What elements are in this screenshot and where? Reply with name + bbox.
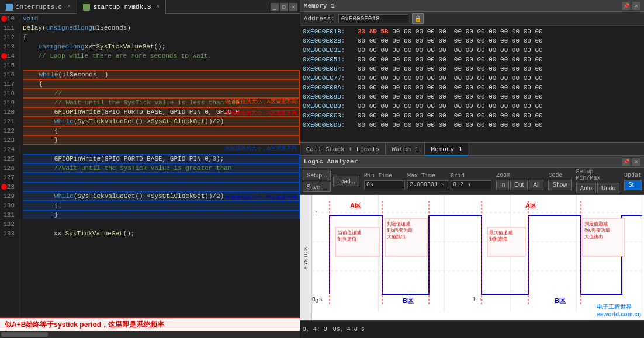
la-zoom-buttons: In Out All: [496, 180, 544, 190]
editor-minimize-btn[interactable]: _: [271, 3, 279, 11]
la-title: Logic Analyzer: [304, 158, 358, 165]
memory-row-1: 0xE000E02B: 00 00 00 00 00 00 00 00 00 0…: [303, 36, 642, 46]
memory-window-controls: 📌 ×: [622, 2, 640, 10]
la-maxtime-label: Max Time: [407, 173, 448, 179]
tab-startup[interactable]: startup_rvmdk.S ×: [77, 0, 166, 14]
la-code-group: Code Show: [548, 172, 571, 190]
mem-bytes-9: 00 00 00 00 00 00 00 00 00 00 00 00 00 0…: [358, 111, 642, 120]
code-line-114: // Loop while there are more seconds to …: [23, 51, 300, 61]
la-zoom-out-btn[interactable]: Out: [510, 180, 528, 190]
address-label: Address:: [304, 15, 335, 22]
code-line-132: [23, 219, 300, 229]
mem-addr-6: 0xE000E08A:: [303, 83, 355, 92]
la-zoom-in-btn[interactable]: In: [496, 180, 509, 190]
la-zoom-all-btn[interactable]: All: [529, 180, 543, 190]
memory-row-9: 0xE000E0C3: 00 00 00 00 00 00 00 00 00 0…: [303, 111, 642, 120]
la-update-group: Updat St: [624, 172, 642, 190]
la-grid-group: Grid 0.2 s: [451, 173, 491, 189]
code-line-127: [23, 173, 300, 182]
line-num-132: 132: [0, 219, 17, 229]
tab-close-btn[interactable]: ×: [156, 0, 160, 14]
mem-bytes-0: 23 8D 5B 00 00 00 00 00 00 00 00 00 00 0…: [358, 27, 642, 36]
address-input[interactable]: [338, 14, 408, 23]
memory-row-7: 0xE000E09D: 00 00 00 00 00 00 00 00 00 0…: [303, 92, 642, 102]
editor-maximize-btn[interactable]: □: [280, 3, 288, 11]
la-grid-label: Grid: [451, 173, 491, 179]
la-window-controls: 📌 ×: [622, 158, 640, 166]
tab-label: startup_rvmdk.S: [93, 0, 151, 14]
la-cursor-display: 0s, 4:0 s: [333, 326, 365, 333]
svg-text:最大值递减: 最大值递减: [489, 230, 513, 235]
la-zoom-label: Zoom: [496, 172, 544, 179]
memory-row-10: 0xE000E0D6: 00 00 00 00 00 00 00 00 00 0…: [303, 120, 642, 130]
la-save-btn[interactable]: Save ...: [303, 182, 331, 192]
la-load-btn[interactable]: Load...: [333, 176, 359, 186]
mem-addr-0: 0xE000E018:: [303, 27, 355, 36]
la-auto-undo-buttons: Auto Undo: [576, 183, 619, 193]
la-update-btn[interactable]: St: [624, 180, 642, 190]
svg-text:B区: B区: [403, 297, 414, 304]
editor-tab-bar: interrupts.c × startup_rvmdk.S × _ □ ×: [0, 0, 300, 14]
la-auto-btn[interactable]: Auto: [576, 183, 597, 193]
mem-addr-9: 0xE000E0C3:: [303, 111, 355, 120]
line-num-115: 115: [0, 61, 17, 70]
line-numbers: 110 111 112 113 114 115 116 117 118 119 …: [0, 14, 20, 317]
memory-address-bar: Address: 🔒: [300, 12, 644, 26]
tab-memory1[interactable]: Memory 1: [425, 143, 468, 156]
line-num-126: 126: [0, 163, 17, 173]
tab-interrupts[interactable]: interrupts.c ×: [0, 0, 77, 14]
code-line-130: {: [23, 201, 300, 210]
la-pin-btn[interactable]: 📌: [622, 158, 630, 166]
line-num-128: 128: [0, 182, 17, 191]
la-code-show-btn[interactable]: Show: [548, 180, 571, 190]
la-mintime-label: Min Time: [364, 173, 405, 179]
mem-addr-4: 0xE000E064:: [303, 64, 355, 74]
la-time-0: 0 s: [312, 297, 323, 303]
logo-area: 电子工程世界 eeworld.com.cn: [597, 303, 641, 318]
code-line-110: void: [23, 14, 300, 23]
line-num-122: 122: [0, 126, 17, 135]
mem-bytes-1: 00 00 00 00 00 00 00 00 00 00 00 00 00 0…: [358, 36, 642, 46]
line-num-111: 111: [0, 23, 17, 33]
memory-close-btn[interactable]: ×: [632, 2, 640, 10]
la-cursor-pos: 0, 4: 0: [303, 326, 327, 333]
tab-call-stack[interactable]: Call Stack + Locals: [300, 143, 386, 156]
tab-close-btn[interactable]: ×: [67, 0, 71, 14]
scroll-thumb[interactable]: [1, 332, 48, 337]
svg-text:当前值递减: 当前值递减: [338, 230, 361, 235]
line-num-118: 118: [0, 89, 17, 98]
la-signal-label: SYSTICK: [303, 246, 309, 269]
editor-close-btn[interactable]: ×: [289, 3, 297, 11]
address-lock-btn[interactable]: 🔒: [412, 13, 424, 24]
line-num-129: 129: [0, 191, 17, 201]
mem-bytes-10: 00 00 00 00 00 00 00 00 00 00 00 00 00 0…: [358, 120, 642, 130]
mem-bytes-3: 00 00 00 00 00 00 00 00 00 00 00 00 00 0…: [358, 55, 642, 64]
memory-row-2: 0xE000E03E: 00 00 00 00 00 00 00 00 00 0…: [303, 46, 642, 55]
svg-text:大值跳出: 大值跳出: [584, 234, 603, 239]
right-panel: Memory 1 📌 × Address: 🔒 0xE000E018: 23 8…: [300, 0, 644, 338]
line-num-127: 127: [0, 173, 17, 182]
line-num-120: 120: [0, 107, 17, 117]
tab-watch1[interactable]: Watch 1: [386, 143, 425, 156]
code-line-133: xx=SysTickValueGet();: [23, 229, 300, 238]
memory-pin-btn[interactable]: 📌: [622, 2, 630, 10]
la-undo-btn[interactable]: Undo: [597, 183, 619, 193]
mem-bytes-6: 00 00 00 00 00 00 00 00 00 00 00 00 00 0…: [358, 83, 642, 92]
mem-bytes-5: 00 00 00 00 00 00 00 00 00 00 00 00 00 0…: [358, 74, 642, 83]
svg-text:B区: B区: [555, 297, 566, 304]
mem-addr-5: 0xE000E077:: [303, 74, 355, 83]
svg-text:大值跳出: 大值跳出: [387, 234, 406, 239]
mem-addr-8: 0xE000E0B0:: [303, 102, 355, 111]
code-line-121: while(SysTickValueGet() > SysCtlClockGet…: [23, 117, 300, 126]
la-setup-btn[interactable]: Setup...: [303, 170, 331, 180]
code-line-122: {: [23, 126, 300, 135]
code-line-115: [23, 61, 300, 70]
horizontal-scrollbar[interactable]: [0, 331, 300, 338]
line-num-116: 116: [0, 70, 17, 79]
svg-text:1: 1: [315, 211, 318, 217]
code-line-129: while(SysTickValueGet() < SysCtlClockGet…: [23, 191, 300, 201]
svg-text:A区: A区: [525, 202, 536, 209]
la-close-btn[interactable]: ×: [632, 158, 640, 166]
code-line-111: Delay(unsigned long ulSeconds): [23, 23, 300, 33]
mem-addr-2: 0xE000E03E:: [303, 46, 355, 55]
